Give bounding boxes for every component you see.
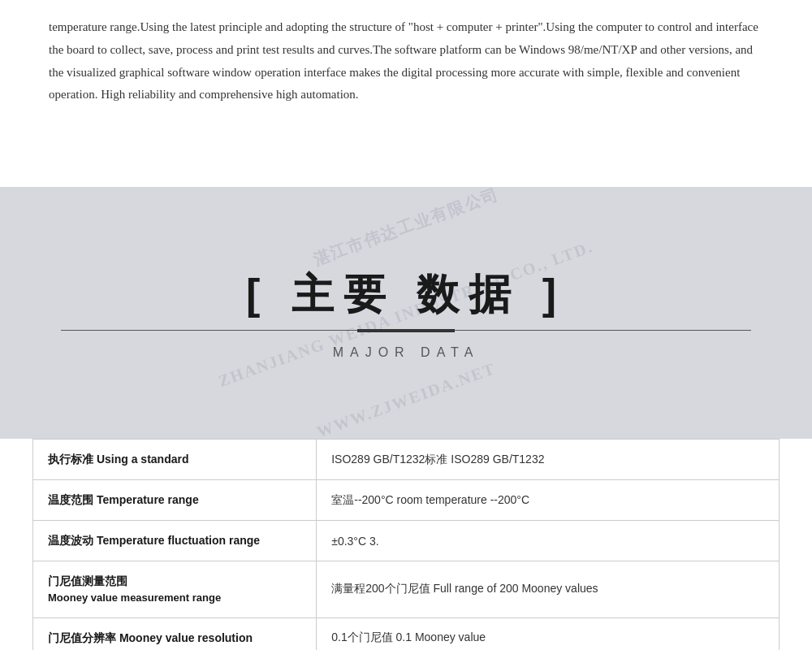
intro-paragraph: temperature range.Using the latest princ… [49, 16, 763, 106]
top-section: temperature range.Using the latest princ… [0, 0, 812, 187]
data-table: 执行标准 Using a standardISO289 GB/T1232标准 I… [32, 439, 780, 650]
watermark-line-1: 湛江市伟达工业有限公司 [310, 187, 503, 271]
watermark-line-3: WWW.ZJWEIDA.NET [314, 359, 498, 439]
table-cell-value: 室温--200°C room temperature --200°C [317, 480, 780, 521]
table-row: 门尼值分辨率 Mooney value resolution0.1个门尼值 0.… [33, 618, 780, 650]
table-row: 温度波动 Temperature fluctuation range±0.3°C… [33, 521, 780, 561]
table-cell-label: 门尼值测量范围Mooney value measurement range [33, 561, 317, 618]
main-title: [ 主要 数据 ] [246, 266, 566, 323]
table-cell-label: 温度波动 Temperature fluctuation range [33, 521, 317, 561]
title-divider [61, 330, 751, 332]
table-cell-label: 温度范围 Temperature range [33, 480, 317, 521]
table-cell-label: 门尼值分辨率 Mooney value resolution [33, 618, 317, 650]
table-cell-value: 满量程200个门尼值 Full range of 200 Mooney valu… [317, 561, 780, 618]
middle-section: 湛江市伟达工业有限公司 ZHANJIANG WEIDA INDUSTRIAL C… [0, 187, 812, 439]
title-underline-accent [357, 329, 455, 332]
cell-label-cn: 门尼值测量范围 [48, 573, 301, 590]
bottom-section: 执行标准 Using a standardISO289 GB/T1232标准 I… [0, 439, 812, 650]
subtitle: MAJOR DATA [333, 345, 480, 360]
cell-label-en: Mooney value measurement range [48, 590, 301, 606]
table-cell-value: ±0.3°C 3. [317, 521, 780, 561]
table-cell-value: ISO289 GB/T1232标准 ISO289 GB/T1232 [317, 440, 780, 480]
table-row: 温度范围 Temperature range室温--200°C room tem… [33, 480, 780, 521]
table-cell-value: 0.1个门尼值 0.1 Mooney value [317, 618, 780, 650]
table-cell-label: 执行标准 Using a standard [33, 440, 317, 480]
table-row: 门尼值测量范围Mooney value measurement range满量程… [33, 561, 780, 618]
table-row: 执行标准 Using a standardISO289 GB/T1232标准 I… [33, 440, 780, 480]
